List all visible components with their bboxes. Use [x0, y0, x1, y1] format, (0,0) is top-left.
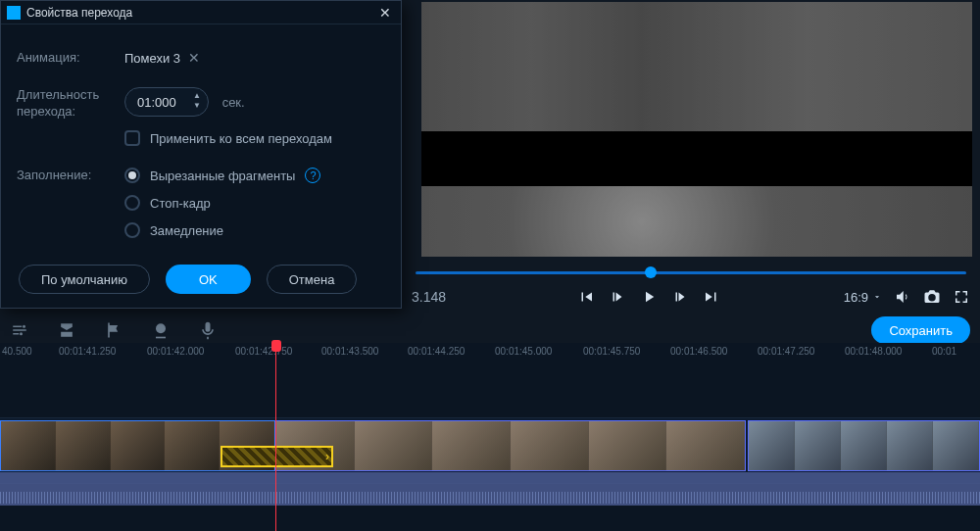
ruler-tick: 40.500 — [2, 346, 32, 357]
preview-glitch-bottom — [421, 186, 972, 257]
preview-glitch-top — [421, 2, 972, 131]
frame-back-icon[interactable] — [609, 288, 626, 306]
video-clip-3[interactable] — [748, 420, 980, 471]
fill-radio-trimmed[interactable] — [124, 168, 140, 183]
fill-label: Заполнение: — [17, 168, 124, 182]
save-button[interactable]: Сохранить — [871, 316, 970, 344]
video-track[interactable]: › — [0, 417, 980, 484]
webcam-icon[interactable] — [151, 320, 171, 340]
ruler-tick: 00:01:47.250 — [758, 346, 814, 357]
dialog-titlebar[interactable]: Свойства перехода ✕ — [1, 1, 401, 24]
fill-option-label: Замедление — [150, 223, 223, 238]
animation-label: Анимация: — [17, 50, 124, 65]
svg-point-0 — [23, 325, 25, 328]
audio-waveform — [0, 492, 980, 504]
flag-icon[interactable] — [104, 320, 123, 340]
duration-value: 01:000 — [137, 95, 184, 110]
timeline-tracks: › — [0, 362, 980, 531]
microphone-icon[interactable] — [198, 320, 218, 340]
player-timecode: 3.148 — [412, 289, 455, 305]
settings-sliders-icon[interactable] — [10, 320, 29, 340]
skip-forward-icon[interactable] — [703, 288, 720, 306]
duration-down-icon[interactable]: ▼ — [190, 102, 204, 112]
default-button[interactable]: По умолчанию — [19, 265, 150, 294]
play-icon[interactable] — [640, 288, 658, 306]
frame-forward-icon[interactable] — [671, 288, 689, 306]
ruler-tick: 00:01:43.500 — [321, 346, 378, 357]
duration-unit: сек. — [222, 95, 245, 110]
ruler-tick: 00:01:44.250 — [408, 346, 465, 357]
ruler-tick: 00:01 — [932, 346, 956, 357]
chevron-down-icon — [872, 292, 882, 302]
apply-all-checkbox[interactable] — [124, 130, 140, 146]
close-icon[interactable]: ✕ — [375, 3, 395, 23]
track-empty-top — [0, 362, 980, 417]
playhead[interactable] — [275, 342, 276, 531]
player-scrubber[interactable] — [402, 263, 980, 282]
aspect-ratio-selector[interactable]: 16:9 — [844, 290, 882, 305]
ruler-tick: 00:01:48.000 — [845, 346, 902, 357]
marker-tool-icon[interactable] — [57, 320, 76, 340]
svg-point-2 — [156, 323, 166, 333]
scrub-thumb[interactable] — [645, 266, 657, 278]
video-preview — [421, 2, 972, 257]
apply-all-label: Применить ко всем переходам — [150, 131, 332, 146]
fill-option-label: Вырезанные фрагменты — [150, 169, 295, 183]
ruler-tick: 00:01:45.750 — [583, 346, 640, 357]
ruler-tick: 00:01:42.750 — [235, 346, 292, 357]
clear-animation-icon[interactable]: ✕ — [188, 50, 200, 66]
duration-label: Длительность перехода: — [17, 87, 124, 121]
snapshot-icon[interactable] — [923, 288, 941, 306]
fill-radio-freeze[interactable] — [124, 195, 140, 211]
fill-radio-slowmo[interactable] — [124, 222, 140, 238]
chevron-right-icon: › — [325, 450, 329, 463]
help-icon[interactable]: ? — [305, 168, 320, 183]
animation-value: Помехи 3 — [124, 51, 180, 66]
audio-band[interactable] — [0, 472, 980, 506]
player-bar: 3.148 16:9 — [402, 263, 980, 312]
ruler-tick: 00:01:42.000 — [147, 346, 204, 357]
ruler-tick: 00:01:41.250 — [59, 346, 116, 357]
player-controls: 3.148 16:9 — [402, 282, 980, 312]
svg-point-1 — [20, 332, 23, 335]
transition-properties-dialog: Свойства перехода ✕ Анимация: Помехи 3 ✕… — [0, 0, 402, 309]
ruler-tick: 00:01:46.500 — [670, 346, 727, 357]
duration-input[interactable]: 01:000 ▲ ▼ — [124, 87, 209, 117]
app-icon — [7, 6, 21, 20]
cancel-button[interactable]: Отмена — [267, 265, 358, 294]
volume-icon[interactable] — [894, 288, 911, 306]
ok-button[interactable]: OK — [166, 265, 251, 294]
fill-option-label: Стоп-кадр — [150, 196, 211, 211]
fullscreen-icon[interactable] — [953, 288, 970, 306]
skip-back-icon[interactable] — [577, 288, 595, 306]
ruler-tick: 00:01:45.000 — [495, 346, 552, 357]
dialog-title: Свойства перехода — [26, 6, 375, 20]
scrub-track — [416, 271, 966, 274]
video-clip-2[interactable] — [275, 420, 746, 471]
transition-marker[interactable]: › — [220, 446, 333, 467]
aspect-ratio-label: 16:9 — [844, 290, 868, 305]
preview-glitch-gap — [421, 131, 972, 186]
timeline-ruler[interactable]: 40.500 00:01:41.250 00:01:42.000 00:01:4… — [0, 343, 980, 362]
